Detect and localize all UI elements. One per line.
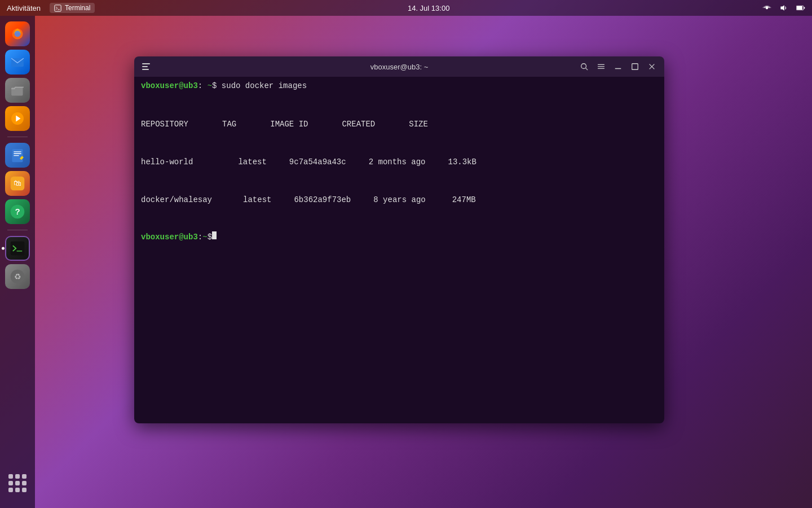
- svg-rect-34: [632, 64, 638, 70]
- dock-icon-rhythmbox[interactable]: [5, 106, 30, 131]
- titlebar-right: [576, 59, 660, 75]
- dock-icon-software[interactable]: 🛍: [5, 171, 30, 196]
- grid-dot: [8, 481, 13, 485]
- writer-icon: [9, 147, 26, 164]
- svg-rect-15: [14, 154, 21, 154]
- trash-icon: ♻: [9, 268, 26, 285]
- svg-rect-5: [797, 6, 802, 10]
- svg-rect-30: [598, 64, 604, 65]
- svg-marker-3: [780, 5, 784, 11]
- volume-icon: [779, 3, 788, 12]
- dock-icon-writer[interactable]: [5, 143, 30, 168]
- dock-separator: [7, 137, 28, 137]
- dock-icon-help[interactable]: ?: [5, 199, 30, 224]
- command-text: sudo docker images: [222, 81, 307, 90]
- svg-point-28: [581, 64, 586, 69]
- close-button[interactable]: [644, 59, 660, 75]
- topbar-terminal-label: Terminal: [65, 4, 90, 12]
- titlebar-menu-icon[interactable]: [139, 59, 155, 75]
- dock-separator-2: [7, 230, 28, 230]
- terminal-titlebar: vboxuser@ub3: ~: [134, 56, 664, 77]
- dock-icon-terminal[interactable]: [5, 236, 30, 261]
- grid-dot: [8, 488, 13, 492]
- grid-dot: [15, 488, 20, 492]
- topbar-terminal-button[interactable]: Terminal: [50, 3, 95, 13]
- table-row-1: hello-worldlatest9c7a54a9a43c2 months ag…: [141, 156, 657, 168]
- svg-rect-14: [14, 151, 21, 152]
- svg-rect-0: [55, 5, 61, 11]
- dock-icon-firefox[interactable]: [5, 21, 30, 46]
- topbar: Aktivitäten Terminal 14. Jul 13:00: [0, 0, 812, 16]
- grid-dot: [22, 474, 27, 479]
- svg-rect-27: [142, 69, 149, 70]
- dock: 🛍 ? ♻: [0, 16, 35, 508]
- software-icon: 🛍: [9, 175, 26, 192]
- app-grid-button[interactable]: [8, 474, 27, 500]
- docker-images-output: REPOSITORYTAGIMAGE IDCREATEDSIZE hello-w…: [141, 93, 657, 231]
- terminal-cursor: [212, 231, 217, 239]
- topbar-datetime: 14. Jul 13:00: [408, 4, 449, 12]
- dock-active-indicator: [2, 247, 5, 250]
- menu-button[interactable]: [593, 59, 609, 75]
- svg-rect-31: [598, 66, 604, 67]
- svg-text:♻: ♻: [14, 273, 21, 281]
- grid-dot: [22, 481, 27, 485]
- battery-icon: [796, 3, 805, 12]
- email-icon: [9, 54, 26, 71]
- minimize-icon: [614, 63, 622, 71]
- command-line: vboxuser@ub3: ~$ sudo docker images: [141, 81, 657, 90]
- grid-dot: [22, 488, 27, 492]
- table-row-2: docker/whalesaylatest6b362a9f73eb8 years…: [141, 194, 657, 206]
- final-dollar: $: [208, 233, 212, 242]
- topbar-right: [762, 3, 805, 12]
- rhythmbox-icon: [9, 110, 26, 127]
- grid-dot: [15, 481, 20, 485]
- terminal-icon: [54, 5, 61, 12]
- maximize-icon: [631, 63, 639, 71]
- final-tilde: ~: [202, 233, 207, 242]
- svg-rect-26: [142, 66, 148, 67]
- minimize-button[interactable]: [610, 59, 626, 75]
- terminal-body[interactable]: vboxuser@ub3: ~$ sudo docker images REPO…: [134, 77, 664, 423]
- firefox-icon: [9, 25, 26, 42]
- files-icon: [9, 82, 26, 99]
- svg-text:🛍: 🛍: [14, 179, 21, 187]
- search-icon: [580, 63, 588, 71]
- activities-button[interactable]: Aktivitäten: [7, 4, 41, 12]
- table-header: REPOSITORYTAGIMAGE IDCREATEDSIZE: [141, 118, 657, 130]
- prompt-suffix: :: [198, 81, 208, 90]
- prompt-dollar: $: [212, 81, 222, 90]
- maximize-button[interactable]: [627, 59, 643, 75]
- dock-icon-trash[interactable]: ♻: [5, 264, 30, 289]
- svg-rect-16: [14, 155, 19, 156]
- svg-rect-32: [598, 68, 604, 69]
- svg-rect-25: [142, 63, 150, 64]
- network-icon: [762, 3, 771, 12]
- prompt-user: vboxuser@ub3: [141, 81, 198, 90]
- svg-text:?: ?: [15, 207, 20, 216]
- terminal-window: vboxuser@ub3: ~: [134, 56, 664, 423]
- grid-dot: [8, 474, 13, 479]
- svg-line-29: [586, 68, 588, 71]
- close-icon: [648, 63, 656, 71]
- search-button[interactable]: [576, 59, 592, 75]
- svg-point-8: [15, 31, 21, 37]
- terminal-app-icon: [9, 240, 26, 257]
- grid-dot: [15, 474, 20, 479]
- topbar-left: Aktivitäten Terminal: [7, 3, 95, 13]
- menu-icon: [597, 63, 605, 71]
- hamburger-menu-icon: [142, 62, 151, 71]
- final-prompt-sep: :: [198, 233, 202, 242]
- dock-icon-email[interactable]: [5, 50, 30, 75]
- help-icon: ?: [9, 203, 26, 220]
- dock-icon-files[interactable]: [5, 78, 30, 103]
- svg-rect-6: [804, 7, 805, 9]
- final-prompt-user: vboxuser@ub3: [141, 233, 198, 242]
- svg-rect-21: [11, 242, 25, 256]
- prompt-tilde-char: ~: [208, 81, 212, 90]
- titlebar-left: [139, 59, 155, 75]
- final-prompt-line: vboxuser@ub3: ~$: [141, 231, 657, 242]
- terminal-window-title: vboxuser@ub3: ~: [370, 63, 428, 71]
